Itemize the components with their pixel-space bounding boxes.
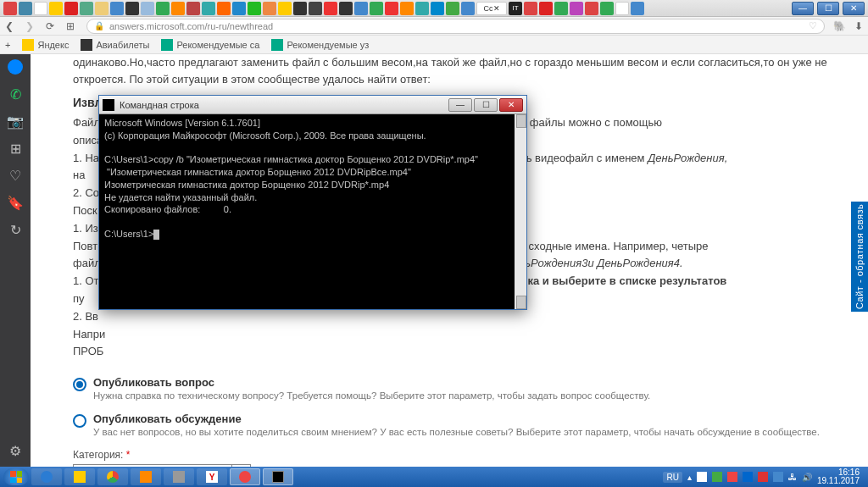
- address-bar[interactable]: 🔒 answers.microsoft.com/ru-ru/newthread …: [86, 19, 825, 34]
- tab-icon[interactable]: [80, 2, 93, 15]
- tray-icon[interactable]: [727, 472, 737, 482]
- tab-icon[interactable]: [431, 2, 444, 15]
- forward-button[interactable]: ❯: [25, 20, 37, 32]
- tab-icon[interactable]: [539, 2, 553, 15]
- start-button[interactable]: [3, 468, 29, 485]
- task-app[interactable]: [164, 468, 194, 485]
- tray-icon[interactable]: [758, 472, 768, 482]
- tab-icon[interactable]: [34, 2, 47, 15]
- grid-icon[interactable]: ⊞: [8, 141, 23, 156]
- back-button[interactable]: ❮: [5, 20, 17, 32]
- extensions-button[interactable]: ⊞: [66, 20, 78, 32]
- tray-icon[interactable]: [743, 472, 753, 482]
- new-tab-button[interactable]: +: [5, 40, 10, 50]
- tab-icon[interactable]: [585, 2, 598, 15]
- heart-icon[interactable]: ♡: [809, 20, 817, 31]
- language-indicator[interactable]: RU: [663, 472, 682, 483]
- cmd-title-bar[interactable]: Командная строка — ☐ ✕: [99, 96, 526, 114]
- tab-icon[interactable]: [232, 2, 246, 15]
- network-icon[interactable]: 🖧: [788, 473, 797, 482]
- tab-icon[interactable]: [3, 2, 17, 15]
- cmd-close-button[interactable]: ✕: [499, 98, 523, 112]
- bookmark-rail-icon[interactable]: 🔖: [8, 195, 23, 210]
- tab-icon[interactable]: [141, 2, 154, 15]
- cmd-scrollbar[interactable]: [515, 114, 526, 309]
- history-icon[interactable]: ↻: [8, 222, 23, 237]
- bookmark-recommended-2[interactable]: Рекомендуемые уз: [271, 39, 369, 51]
- tab-icon[interactable]: IT: [509, 2, 522, 15]
- tab-icon[interactable]: [125, 2, 139, 15]
- tab-icon[interactable]: [19, 2, 32, 15]
- task-opera[interactable]: [230, 468, 260, 485]
- window-maximize-button[interactable]: ☐: [817, 2, 839, 15]
- tray-icon[interactable]: [773, 472, 783, 482]
- tab-icon[interactable]: [631, 2, 644, 15]
- bookmark-yandex[interactable]: Яндекс: [22, 39, 69, 51]
- tab-icon[interactable]: [446, 2, 459, 15]
- tab-active[interactable]: Cc ✕: [476, 2, 507, 15]
- tab-icon[interactable]: [263, 2, 276, 15]
- tab-icon[interactable]: [49, 2, 63, 15]
- tab-icon[interactable]: [615, 2, 629, 15]
- tab-icon[interactable]: [278, 2, 292, 15]
- task-explorer[interactable]: [64, 468, 95, 485]
- heart-icon[interactable]: ♡: [8, 168, 23, 183]
- cmd-minimize-button[interactable]: —: [448, 98, 472, 112]
- download-icon[interactable]: ⬇: [854, 20, 863, 32]
- tab-icon[interactable]: [554, 2, 568, 15]
- lock-icon: 🔒: [94, 21, 104, 30]
- tab-icon[interactable]: [354, 2, 368, 15]
- bookmark-recommended-1[interactable]: Рекомендуемые са: [161, 39, 259, 51]
- window-minimize-button[interactable]: —: [792, 2, 814, 15]
- whatsapp-icon[interactable]: ✆: [8, 86, 23, 102]
- tab-icon[interactable]: [600, 2, 614, 15]
- task-yandex[interactable]: Y: [197, 468, 227, 485]
- tab-icon[interactable]: [324, 2, 337, 15]
- bookmarks-bar: + Яндекс Авиабилеты Рекомендуемые са Рек…: [0, 36, 868, 54]
- task-ie[interactable]: [31, 468, 62, 485]
- tab-icon[interactable]: [248, 2, 261, 15]
- feedback-tab[interactable]: Сайт - обратная связь: [851, 202, 868, 312]
- tray-icon[interactable]: [712, 472, 722, 482]
- task-folder[interactable]: [131, 468, 161, 485]
- task-cmd[interactable]: [263, 468, 293, 485]
- cmd-output[interactable]: Microsoft Windows [Version 6.1.7601] (c)…: [99, 114, 526, 309]
- taskbar-clock[interactable]: 16:16 19.11.2017: [817, 468, 860, 485]
- tab-icon[interactable]: [156, 2, 170, 15]
- cmd-maximize-button[interactable]: ☐: [474, 98, 498, 112]
- tab-icon[interactable]: [415, 2, 429, 15]
- tab-icon[interactable]: [217, 2, 231, 15]
- post-type-section: Опубликовать вопрос Нужна справка по тех…: [73, 376, 856, 467]
- tab-icon[interactable]: [64, 2, 78, 15]
- bookmark-aviabilety[interactable]: Авиабилеты: [81, 39, 149, 51]
- command-prompt-window[interactable]: Командная строка — ☐ ✕ Microsoft Windows…: [98, 95, 527, 310]
- tab-icon[interactable]: [524, 2, 537, 15]
- tab-icon[interactable]: [309, 2, 322, 15]
- camera-icon[interactable]: 📷: [8, 113, 23, 129]
- radio-publish-discussion[interactable]: Опубликовать обсуждение У вас нет вопрос…: [73, 412, 856, 437]
- tab-icon[interactable]: [570, 2, 583, 15]
- tab-icon[interactable]: [171, 2, 185, 15]
- post-intro: одинаково.Но,часто предлагают заменить ф…: [73, 54, 856, 87]
- tab-icon[interactable]: [370, 2, 383, 15]
- tab-icon[interactable]: [110, 2, 124, 15]
- tray-up-icon[interactable]: ▴: [687, 473, 692, 482]
- tab-icon[interactable]: [339, 2, 353, 15]
- tab-icon[interactable]: [385, 2, 398, 15]
- tab-icon[interactable]: [95, 2, 108, 15]
- tray-icon[interactable]: [697, 472, 707, 482]
- volume-icon[interactable]: 🔊: [802, 473, 812, 482]
- tab-icon[interactable]: [400, 2, 414, 15]
- evernote-icon[interactable]: 🐘: [833, 20, 846, 32]
- tab-icon[interactable]: [186, 2, 200, 15]
- tab-icon[interactable]: [293, 2, 307, 15]
- tab-icon[interactable]: [461, 2, 475, 15]
- tab-icon[interactable]: [202, 2, 215, 15]
- window-close-button[interactable]: ✕: [843, 2, 865, 15]
- messenger-icon[interactable]: [8, 59, 23, 75]
- task-chrome[interactable]: [97, 468, 128, 485]
- settings-icon[interactable]: ⚙: [8, 443, 23, 458]
- radio-icon: [73, 414, 86, 428]
- radio-publish-question[interactable]: Опубликовать вопрос Нужна справка по тех…: [73, 376, 856, 401]
- reload-button[interactable]: ⟳: [46, 20, 58, 32]
